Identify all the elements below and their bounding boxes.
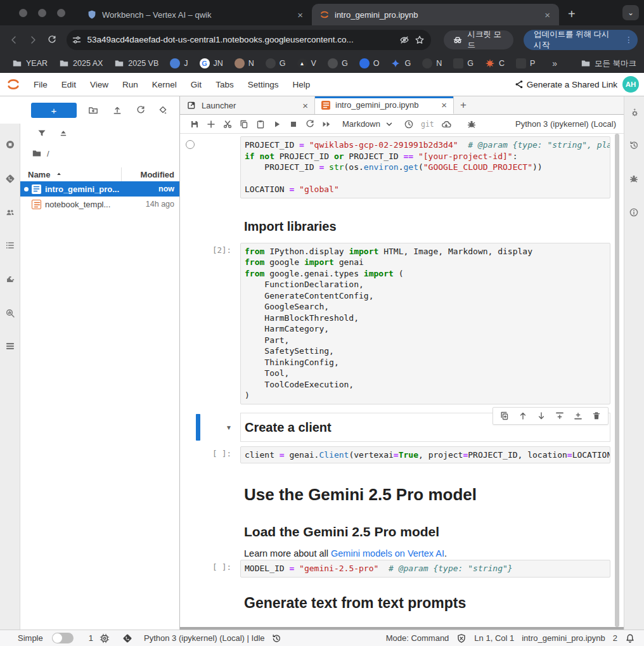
- bookmark-v[interactable]: ▲V: [292, 57, 322, 70]
- eject-icon[interactable]: [57, 127, 70, 139]
- insert-above-icon[interactable]: [555, 411, 565, 421]
- tab-launcher[interactable]: Launcher ×: [180, 96, 315, 114]
- file-row-notebook-template[interactable]: notebook_templ... 14h ago: [20, 197, 179, 212]
- tab-search-chevron-icon[interactable]: ⌄: [622, 5, 639, 20]
- maximize-window-button[interactable]: [57, 9, 65, 17]
- bookmark-g[interactable]: G: [260, 57, 292, 70]
- add-icon[interactable]: [203, 116, 219, 132]
- file-row-intro-gemini[interactable]: intro_gemini_pro... now: [20, 181, 179, 197]
- tab-intro-gemini-notebook[interactable]: intro_gemini_pro.ipynb ×: [315, 96, 454, 114]
- menu-tabs[interactable]: Tabs: [209, 80, 241, 89]
- git-clone-icon[interactable]: [157, 104, 169, 117]
- execution-time-icon[interactable]: [401, 116, 417, 132]
- notebook-content[interactable]: PROJECT_ID = "qwiklabs-gcp-02-291991b2d3…: [180, 134, 620, 630]
- generate-shared-link-button[interactable]: Generate a Shared Link: [514, 79, 617, 89]
- move-down-icon[interactable]: [536, 411, 546, 421]
- collaborators-icon[interactable]: [3, 205, 18, 220]
- chrome-update-button[interactable]: 업데이트를 위해 다시 시작 ⋮: [524, 30, 638, 50]
- bookmark-p[interactable]: P: [510, 57, 541, 70]
- bookmark-g[interactable]: G: [448, 57, 479, 70]
- kernel-chip-icon[interactable]: [100, 633, 110, 643]
- menu-file[interactable]: File: [27, 80, 55, 89]
- upload-icon[interactable]: [111, 104, 124, 117]
- browser-tab-notebook[interactable]: intro_gemini_pro.ipynb ×: [312, 4, 559, 25]
- cut-icon[interactable]: [219, 116, 236, 132]
- inspector-icon[interactable]: [3, 306, 18, 321]
- add-tab-button[interactable]: +: [454, 96, 473, 114]
- duplicate-icon[interactable]: [499, 411, 510, 421]
- sessions-icon[interactable]: [3, 339, 18, 354]
- new-launcher-button[interactable]: +: [31, 103, 77, 118]
- bell-icon[interactable]: [625, 633, 635, 643]
- copy-icon[interactable]: [236, 116, 252, 132]
- code-editor[interactable]: from IPython.display import HTML, Image,…: [240, 243, 610, 404]
- user-avatar[interactable]: AH: [622, 76, 639, 93]
- bookmark-n[interactable]: N: [229, 57, 260, 70]
- extensions-icon[interactable]: [3, 272, 18, 287]
- running-icon[interactable]: [3, 137, 18, 152]
- close-window-button[interactable]: [19, 9, 27, 17]
- bookmark-g[interactable]: G: [385, 57, 416, 70]
- close-tab-icon[interactable]: ×: [295, 10, 306, 20]
- toc-icon[interactable]: [3, 238, 18, 253]
- client-cell[interactable]: [ ]:client = genai.Client(vertexai=True,…: [180, 446, 620, 464]
- bookmark-jn[interactable]: GJN: [194, 57, 229, 70]
- bookmark-n[interactable]: N: [416, 57, 448, 70]
- delete-icon[interactable]: [591, 411, 602, 421]
- paste-icon[interactable]: [252, 116, 269, 132]
- insert-below-icon[interactable]: [573, 411, 583, 421]
- simple-mode-toggle[interactable]: [52, 633, 74, 643]
- imports-cell[interactable]: [2]:from IPython.display import HTML, Im…: [180, 243, 620, 404]
- terminal-count[interactable]: 1: [89, 633, 93, 643]
- address-bar[interactable]: 53a49acd4daeefad-dot-us-central1.noteboo…: [67, 30, 431, 50]
- filter-icon[interactable]: [35, 127, 48, 139]
- save-icon[interactable]: [186, 116, 203, 132]
- bookmark-j[interactable]: J: [164, 57, 193, 70]
- new-tab-button[interactable]: +: [559, 7, 584, 25]
- bookmark-o[interactable]: O: [354, 57, 385, 70]
- menu-help[interactable]: Help: [285, 80, 317, 89]
- bookmarks-overflow-icon[interactable]: »: [552, 58, 557, 68]
- menu-settings[interactable]: Settings: [241, 80, 286, 89]
- code-editor[interactable]: PROJECT_ID = "qwiklabs-gcp-02-291991b2d3…: [240, 136, 610, 198]
- code-editor[interactable]: client = genai.Client(vertexai=True, pro…: [240, 446, 610, 464]
- debugger-bug-icon[interactable]: [463, 116, 480, 132]
- gemini-models-link[interactable]: Gemini models on Vertex AI: [331, 548, 444, 559]
- stop-icon[interactable]: [285, 116, 302, 132]
- model-id-cell[interactable]: [ ]:MODEL_ID = "gemini-2.5-pro" # @param…: [180, 560, 620, 578]
- project-id-cell[interactable]: PROJECT_ID = "qwiklabs-gcp-02-291991b2d3…: [180, 136, 620, 198]
- chrome-menu-icon[interactable]: ⋮: [625, 35, 633, 44]
- window-controls[interactable]: [0, 0, 79, 25]
- bookmark-g[interactable]: G: [322, 57, 354, 70]
- close-icon[interactable]: ×: [302, 100, 308, 111]
- menu-view[interactable]: View: [83, 80, 115, 89]
- bookmark-star-icon[interactable]: [415, 35, 425, 45]
- history-icon[interactable]: [626, 138, 641, 153]
- run-all-icon[interactable]: [318, 116, 335, 132]
- menu-git[interactable]: Git: [184, 80, 209, 89]
- debugger-icon[interactable]: [626, 171, 641, 186]
- history-icon[interactable]: [271, 633, 281, 643]
- command-mode-label[interactable]: Mode: Command: [386, 633, 449, 643]
- menu-kernel[interactable]: Kernel: [145, 80, 184, 89]
- heading-collapser-icon[interactable]: ▼: [226, 423, 232, 430]
- refresh-icon[interactable]: [134, 104, 147, 117]
- notification-count[interactable]: 2: [613, 633, 617, 643]
- back-icon[interactable]: [6, 35, 22, 45]
- eye-off-icon[interactable]: [399, 35, 409, 45]
- menu-edit[interactable]: Edit: [55, 80, 83, 89]
- code-editor[interactable]: MODEL_ID = "gemini-2.5-pro" # @param {ty…: [240, 560, 610, 578]
- modified-column-header[interactable]: Modified: [121, 167, 179, 181]
- info-icon[interactable]: [626, 205, 641, 220]
- url-text[interactable]: 53a49acd4daeefad-dot-us-central1.noteboo…: [87, 35, 394, 44]
- name-column-header[interactable]: Name: [20, 169, 121, 179]
- cell-type-dropdown[interactable]: Markdown: [342, 119, 394, 129]
- kernel-selector[interactable]: Python 3 (ipykernel) (Local): [515, 119, 624, 129]
- close-tab-icon[interactable]: ×: [542, 10, 553, 20]
- browser-tab-workbench[interactable]: Workbench – Vertex AI – qwik ×: [79, 4, 312, 25]
- git-icon[interactable]: [3, 171, 18, 186]
- move-up-icon[interactable]: [518, 411, 528, 421]
- kernel-status-label[interactable]: Python 3 (ipykernel) (Local) | Idle: [144, 633, 265, 643]
- bookmark-c[interactable]: C: [479, 57, 510, 70]
- reload-icon[interactable]: [44, 35, 60, 45]
